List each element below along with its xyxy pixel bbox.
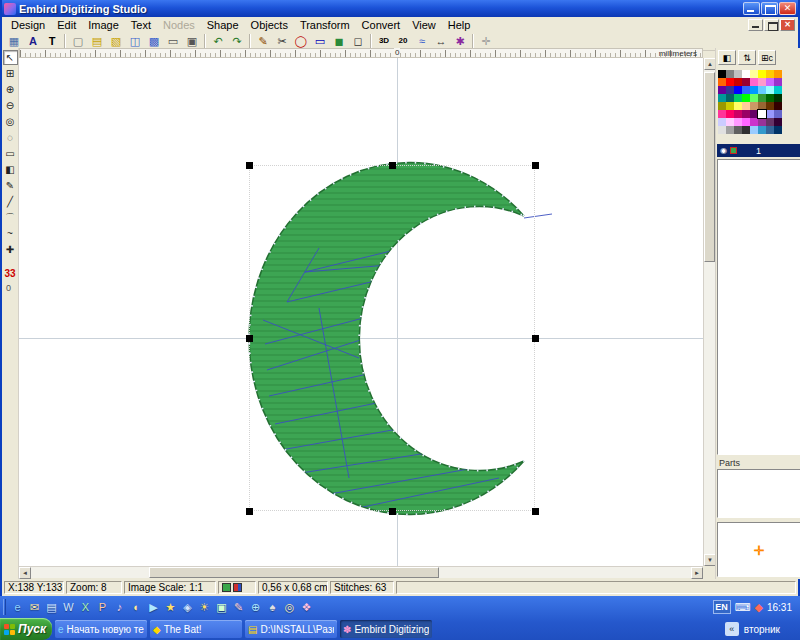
palette-color[interactable] (766, 78, 774, 86)
toolbar-save-button[interactable]: ◫ (126, 33, 144, 50)
scroll-left-icon[interactable]: ◄ (19, 567, 31, 579)
palette-color[interactable] (750, 78, 758, 86)
menu-item-edit[interactable]: Edit (51, 18, 82, 32)
palette-color[interactable] (734, 94, 742, 102)
palette-color[interactable] (750, 70, 758, 78)
menu-item-objects[interactable]: Objects (245, 18, 294, 32)
toolbar-import-image-button[interactable]: ▧ (107, 33, 125, 50)
selection-handle[interactable] (532, 162, 539, 169)
palette-color[interactable] (774, 94, 782, 102)
toolbar-grid-20-button[interactable]: 20 (394, 33, 412, 50)
palette-color[interactable] (758, 94, 766, 102)
toolbar-center-cross-button[interactable]: ✛ (477, 33, 495, 50)
tool-node-tool-button[interactable]: ✚ (3, 242, 18, 257)
quicklaunch-ie-button[interactable]: e (9, 598, 26, 616)
toolbar-rect-shape-button[interactable]: ▭ (311, 33, 329, 50)
tool-line-tool-button[interactable]: ╱ (3, 194, 18, 209)
language-indicator[interactable]: EN (713, 600, 731, 614)
palette-color[interactable] (774, 86, 782, 94)
parts-list-area[interactable] (717, 469, 800, 518)
palette-color[interactable] (726, 94, 734, 102)
thread-list-row[interactable]: ◉ 1 (717, 144, 800, 157)
palette-color[interactable] (734, 110, 742, 118)
quicklaunch-games-button[interactable]: ♠ (264, 598, 281, 616)
menu-item-shape[interactable]: Shape (201, 18, 245, 32)
palette-color[interactable] (718, 78, 726, 86)
toolbar-redo-button[interactable]: ↷ (228, 33, 246, 50)
toolbar-undo-button[interactable]: ↶ (209, 33, 227, 50)
palette-color[interactable] (718, 94, 726, 102)
quicklaunch-favorites-button[interactable]: ★ (162, 598, 179, 616)
rp-palette-scroll-button[interactable]: ⇅ (738, 50, 756, 65)
palette-color[interactable] (758, 86, 766, 94)
visibility-eye-icon[interactable]: ◉ (720, 146, 727, 155)
tool-column-tool-button[interactable]: ◧ (3, 162, 18, 177)
palette-color[interactable] (742, 86, 750, 94)
tool-freehand-select-button[interactable]: ◌ (3, 130, 18, 145)
palette-color[interactable] (750, 86, 758, 94)
palette-color[interactable] (726, 118, 734, 126)
quicklaunch-powerpoint-button[interactable]: P (94, 598, 111, 616)
palette-color[interactable] (766, 70, 774, 78)
palette-color[interactable] (750, 102, 758, 110)
toolbar-fill-mode-button[interactable]: ◼ (330, 33, 348, 50)
toolbar-outline-mode-button[interactable]: ◻ (349, 33, 367, 50)
preview-area[interactable]: ✛ (717, 522, 800, 577)
toolbar-edit-nodes-button[interactable]: ✎ (254, 33, 272, 50)
selection-handle[interactable] (532, 508, 539, 515)
palette-color[interactable] (758, 126, 766, 134)
palette-color[interactable] (766, 94, 774, 102)
tool-rect-select-button[interactable]: ▭ (3, 146, 18, 161)
menu-item-image[interactable]: Image (82, 18, 125, 32)
palette-color[interactable] (726, 86, 734, 94)
vertical-scrollbar[interactable]: ▲ ▼ (703, 58, 715, 566)
vscroll-thumb[interactable] (704, 72, 715, 262)
palette-color[interactable] (726, 102, 734, 110)
palette-color[interactable] (766, 86, 774, 94)
toolbar-print-button[interactable]: ▭ (164, 33, 182, 50)
menu-item-design[interactable]: Design (5, 18, 51, 32)
palette-color[interactable] (758, 102, 766, 110)
menu-item-convert[interactable]: Convert (356, 18, 407, 32)
quicklaunch-winamp-button[interactable]: ◐ (128, 598, 145, 616)
palette-color[interactable] (742, 102, 750, 110)
palette-color[interactable] (718, 126, 726, 134)
start-button[interactable]: Пуск (0, 618, 52, 640)
palette-color[interactable] (718, 110, 726, 118)
horizontal-scrollbar[interactable]: ◄ ► (19, 566, 703, 578)
mdi-restore-button[interactable] (764, 19, 779, 31)
selection-handle[interactable] (389, 162, 396, 169)
palette-color[interactable] (766, 102, 774, 110)
toolbar-new-design-button[interactable]: ▢ (69, 33, 87, 50)
palette-color[interactable] (758, 70, 766, 78)
palette-color[interactable] (742, 70, 750, 78)
quicklaunch-editor-button[interactable]: ✎ (230, 598, 247, 616)
toolbar-options-button[interactable]: ✱ (451, 33, 469, 50)
palette-color[interactable] (774, 70, 782, 78)
mdi-close-button[interactable]: ✕ (780, 19, 795, 31)
toolbar-lettering-button[interactable]: A (24, 33, 42, 50)
hscroll-thumb[interactable] (149, 567, 439, 578)
tool-zoom-in-button[interactable]: ⊕ (3, 82, 18, 97)
design-canvas[interactable] (19, 58, 703, 566)
palette-color[interactable] (774, 78, 782, 86)
selection-handle[interactable] (532, 335, 539, 342)
palette-color[interactable] (766, 110, 774, 118)
palette-color[interactable] (726, 70, 734, 78)
palette-color[interactable] (718, 70, 726, 78)
palette-color[interactable] (742, 94, 750, 102)
selection-handle[interactable] (389, 508, 396, 515)
palette-color[interactable] (774, 118, 782, 126)
quicklaunch-flower-app-button[interactable]: ❖ (298, 598, 315, 616)
antivirus-icon[interactable]: ◆ (755, 601, 763, 614)
tool-select-button[interactable]: ↖ (3, 50, 18, 65)
menu-item-transform[interactable]: Transform (294, 18, 356, 32)
palette-color[interactable] (774, 126, 782, 134)
palette-color[interactable] (726, 78, 734, 86)
taskbar-embird-window-button[interactable]: ✽Embird Digitizing Stud... (340, 620, 432, 638)
palette-color[interactable] (774, 110, 782, 118)
quicklaunch-cd-button[interactable]: ◎ (281, 598, 298, 616)
quicklaunch-network-button[interactable]: ⊕ (247, 598, 264, 616)
toolbar-copy-button[interactable]: ▣ (183, 33, 201, 50)
taskbar-explorer-window-button[interactable]: ▤D:\INSTALL\Разное\Embird (245, 620, 337, 638)
